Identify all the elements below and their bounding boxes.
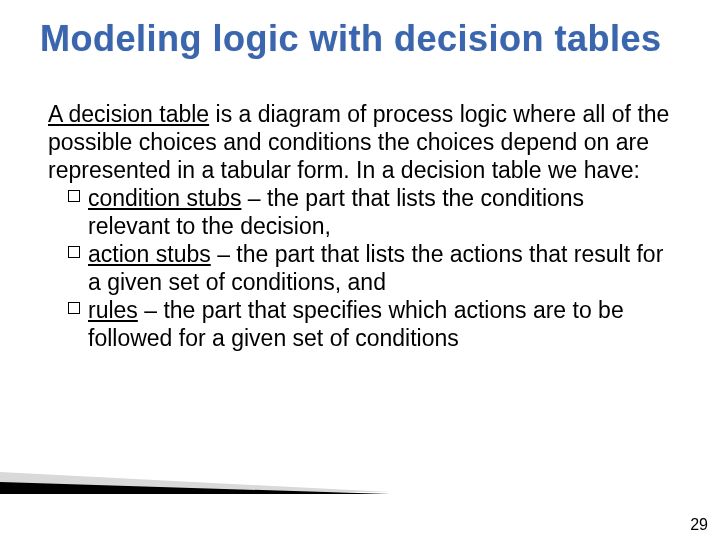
- decorative-wedge-icon: [0, 464, 390, 510]
- term: rules: [88, 297, 138, 323]
- checkbox-icon: [68, 190, 80, 202]
- bullet-list: condition stubs – the part that lists th…: [48, 184, 672, 352]
- svg-marker-0: [0, 472, 390, 492]
- svg-marker-1: [0, 482, 390, 494]
- page-number: 29: [690, 516, 708, 534]
- term-rest: – the part that specifies which actions …: [88, 297, 624, 351]
- term: condition stubs: [88, 185, 241, 211]
- slide: Modeling logic with decision tables A de…: [0, 0, 720, 540]
- slide-title: Modeling logic with decision tables: [40, 18, 690, 60]
- body-text: A decision table is a diagram of process…: [48, 100, 672, 352]
- list-item: rules – the part that specifies which ac…: [68, 296, 672, 352]
- list-item: action stubs – the part that lists the a…: [68, 240, 672, 296]
- checkbox-icon: [68, 302, 80, 314]
- intro-lead-underlined: A decision table: [48, 101, 209, 127]
- term: action stubs: [88, 241, 211, 267]
- list-item: condition stubs – the part that lists th…: [68, 184, 672, 240]
- svg-marker-2: [0, 494, 390, 510]
- checkbox-icon: [68, 246, 80, 258]
